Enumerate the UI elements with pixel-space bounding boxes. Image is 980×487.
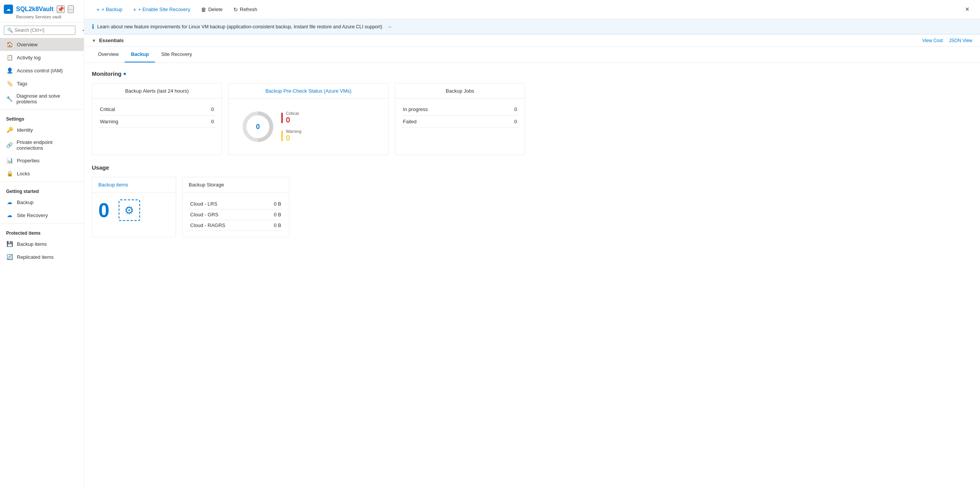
- sidebar-item-overview-label: Overview: [17, 42, 38, 47]
- dashboard: Monitoring Backup Alerts (last 24 hours)…: [84, 63, 980, 245]
- failed-label: Failed: [401, 116, 498, 128]
- info-banner: ℹ Learn about new feature improvements f…: [84, 19, 980, 34]
- sidebar-item-properties-label: Properties: [17, 158, 39, 163]
- enable-site-recovery-button[interactable]: + + Enable Site Recovery: [129, 4, 195, 15]
- failed-value: 0: [498, 116, 519, 128]
- monitoring-dot: [124, 73, 126, 75]
- sidebar-item-site-recovery[interactable]: ☁ Site Recovery: [0, 209, 84, 222]
- lrs-value: 0 B: [263, 199, 283, 209]
- delete-button[interactable]: 🗑 Delete: [196, 4, 227, 15]
- legend-warning: Warning 0: [281, 129, 302, 142]
- tab-overview[interactable]: Overview: [92, 47, 125, 62]
- backup-alerts-content: Critical 0 Warning 0: [92, 99, 222, 132]
- sidebar-item-replicated-items[interactable]: 🔄 Replicated items: [0, 250, 84, 263]
- pin-button[interactable]: 📌: [57, 5, 65, 13]
- enable-site-recovery-icon: +: [133, 7, 136, 13]
- essentials-chevron: ▼: [92, 38, 96, 43]
- search-input[interactable]: [15, 28, 72, 33]
- vault-type: Recovery Services vault: [16, 15, 80, 19]
- search-box: 🔍: [4, 26, 75, 35]
- backup-items-card-header[interactable]: Backup items: [92, 177, 176, 193]
- sidebar-header: ☁ SQL2k8Vault 📌 ··· Recovery Services va…: [0, 0, 84, 23]
- sidebar-item-access-control[interactable]: 👤 Access control (IAM): [0, 64, 84, 77]
- delete-label: Delete: [208, 7, 223, 12]
- replicated-items-icon: 🔄: [6, 253, 13, 260]
- tab-site-recovery[interactable]: Site Recovery: [155, 47, 198, 62]
- access-control-icon: 👤: [6, 67, 13, 74]
- table-row: Failed 0: [401, 116, 519, 128]
- sidebar-item-activity-log[interactable]: 📋 Activity log: [0, 51, 84, 64]
- backup-items-icon: 💾: [6, 240, 13, 247]
- close-button[interactable]: ×: [962, 4, 972, 15]
- backup-button-label: + Backup: [101, 7, 122, 12]
- sidebar-item-private-endpoint-label: Private endpoint connections: [16, 139, 78, 151]
- backup-button[interactable]: + + Backup: [92, 4, 127, 15]
- identity-icon: 🔑: [6, 126, 13, 133]
- sidebar-item-backup-items[interactable]: 💾 Backup items: [0, 237, 84, 250]
- sidebar-item-activity-log-label: Activity log: [17, 55, 41, 60]
- pre-check-header[interactable]: Backup Pre-Check Status (Azure VMs): [228, 83, 388, 99]
- donut-chart: 0: [241, 109, 275, 144]
- diagnose-icon: 🔧: [6, 95, 13, 102]
- grs-label: Cloud - GRS: [189, 209, 263, 220]
- monitoring-cards-row: Backup Alerts (last 24 hours) Critical 0…: [92, 83, 972, 155]
- refresh-icon: ↻: [233, 7, 238, 13]
- backup-storage-header: Backup Storage: [183, 177, 289, 193]
- backup-storage-content: Cloud - LRS 0 B Cloud - GRS 0 B Cloud - …: [183, 193, 289, 237]
- grs-value: 0 B: [263, 209, 283, 220]
- more-button[interactable]: ···: [68, 5, 74, 13]
- sidebar-item-private-endpoint[interactable]: 🔗 Private endpoint connections: [0, 136, 84, 154]
- usage-cards-row: Backup items 0 ⚙ Backup Storage: [92, 177, 972, 237]
- in-progress-value: 0: [498, 103, 519, 116]
- usage-title: Usage: [92, 164, 972, 171]
- donut-center-value: 0: [256, 123, 260, 131]
- critical-bar: [281, 113, 283, 123]
- table-row: Warning 0: [98, 116, 215, 128]
- sidebar-item-backup[interactable]: ☁ Backup: [0, 196, 84, 209]
- info-arrow[interactable]: →: [387, 24, 392, 30]
- lrs-label: Cloud - LRS: [189, 199, 263, 209]
- json-view-link[interactable]: JSON View: [949, 38, 972, 43]
- sidebar-item-identity[interactable]: 🔑 Identity: [0, 123, 84, 136]
- essentials-title: Essentials: [99, 38, 124, 43]
- backup-nav-icon: ☁: [6, 199, 13, 206]
- sidebar-item-replicated-items-label: Replicated items: [17, 254, 54, 260]
- info-banner-text: Learn about new feature improvements for…: [97, 24, 382, 29]
- warning-legend-value: 0: [286, 134, 302, 142]
- backup-icon-box: ⚙: [119, 199, 140, 221]
- collapse-button[interactable]: ≪: [79, 26, 84, 35]
- sidebar-item-properties[interactable]: 📊 Properties: [0, 154, 84, 167]
- backup-jobs-header: Backup Jobs: [395, 83, 525, 99]
- sidebar-item-locks[interactable]: 🔒 Locks: [0, 167, 84, 180]
- getting-started-section-title: Getting started: [0, 183, 84, 196]
- toolbar: + + Backup + + Enable Site Recovery 🗑 De…: [84, 0, 980, 19]
- sidebar-item-backup-label: Backup: [17, 199, 33, 205]
- ragrs-value: 0 B: [263, 220, 283, 231]
- backup-alerts-header: Backup Alerts (last 24 hours): [92, 83, 222, 99]
- sidebar-item-diagnose-label: Diagnose and solve problems: [16, 93, 78, 105]
- warning-label: Warning: [98, 116, 191, 128]
- sidebar-item-site-recovery-label: Site Recovery: [17, 212, 48, 218]
- backup-items-count: 0: [98, 199, 109, 222]
- backup-jobs-content: In progress 0 Failed 0: [395, 99, 525, 132]
- settings-section-title: Settings: [0, 111, 84, 123]
- table-row: Cloud - GRS 0 B: [189, 209, 283, 220]
- enable-site-recovery-label: + Enable Site Recovery: [138, 7, 190, 12]
- refresh-button[interactable]: ↻ Refresh: [229, 4, 262, 15]
- sidebar-item-diagnose[interactable]: 🔧 Diagnose and solve problems: [0, 90, 84, 108]
- sidebar-item-access-control-label: Access control (IAM): [17, 68, 63, 74]
- legend-critical: Critical 0: [281, 111, 302, 124]
- essentials-bar: ▼ Essentials View Cost JSON View: [84, 34, 980, 47]
- locks-icon: 🔒: [6, 170, 13, 177]
- sidebar-item-tags[interactable]: 🏷️ Tags: [0, 77, 84, 90]
- sidebar-item-overview[interactable]: 🏠 Overview: [0, 38, 84, 51]
- backup-jobs-card: Backup Jobs In progress 0 Failed 0: [395, 83, 525, 155]
- search-icon: 🔍: [7, 28, 13, 33]
- donut-section: 0 Critical 0: [235, 103, 382, 150]
- search-row: 🔍 ≪: [0, 23, 84, 38]
- tab-backup[interactable]: Backup: [125, 47, 155, 62]
- in-progress-label: In progress: [401, 103, 498, 116]
- site-recovery-nav-icon: ☁: [6, 212, 13, 219]
- view-cost-link[interactable]: View Cost: [922, 38, 943, 43]
- critical-legend-value: 0: [286, 116, 299, 124]
